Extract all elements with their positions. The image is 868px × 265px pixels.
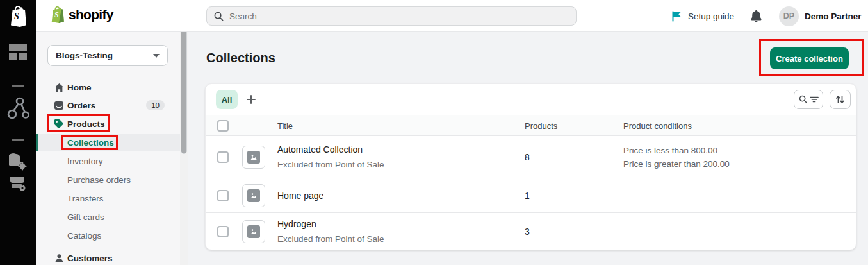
collab-network-icon[interactable] [0,96,36,121]
sidebar-item-label: Purchase orders [67,175,131,185]
sort-button[interactable] [830,90,851,109]
sidebar-item-orders[interactable]: Orders 10 [36,96,180,114]
collection-title[interactable]: Home page [277,188,323,203]
sidebar-scrollbar[interactable] [180,32,188,265]
sort-arrows-icon [835,94,845,105]
home-icon [54,82,64,92]
sidebar-item-collections[interactable]: Collections [36,133,180,151]
products-count: 8 [525,152,530,162]
sidebar-item-purchase-orders[interactable]: Purchase orders [36,171,180,189]
shopify-bag-icon[interactable]: S [0,5,36,27]
sidebar-item-label: Catalogs [67,231,101,241]
avatar-initials: DP [783,12,794,21]
condition-line: Price is greater than 200.00 [623,157,730,171]
page-title: Collections [206,51,275,65]
setup-guide-button[interactable]: Setup guide [671,0,734,32]
collection-subtitle: Excluded from Point of Sale [277,232,384,246]
setup-guide-label: Setup guide [688,12,734,21]
sidebar-item-customers[interactable]: Customers [36,249,180,265]
store-settings-icon[interactable] [0,175,36,192]
table-row[interactable]: Hydrogen Excluded from Point of Sale 3 [206,213,856,250]
sidebar-item-catalogs[interactable]: Catalogs [36,227,180,244]
bell-icon [750,10,762,23]
svg-text:S: S [54,10,59,19]
image-placeholder-icon [247,189,260,202]
orders-count-badge: 10 [146,100,165,110]
shopify-logo[interactable]: S shopify [50,6,113,23]
partner-account-icon[interactable] [0,153,36,171]
collection-thumbnail [242,220,265,243]
add-view-button[interactable] [245,93,258,106]
row-checkbox[interactable] [217,226,229,237]
orders-icon [54,100,64,110]
sidebar-item-label: Products [67,119,105,129]
flag-icon [671,11,682,22]
create-collection-button[interactable]: Create collection [770,47,849,69]
filter-icon [810,96,819,103]
sidebar-item-inventory[interactable]: Inventory [36,152,180,170]
collection-thumbnail [242,184,265,207]
sidebar-item-transfers[interactable]: Transfers [36,189,180,207]
collection-title[interactable]: Automated Collection [277,142,384,157]
column-header-products: Products [525,121,557,131]
collection-subtitle: Excluded from Point of Sale [277,157,384,172]
collection-title-block[interactable]: Home page [277,188,323,203]
collection-thumbnail [242,146,265,169]
products-tag-icon [54,119,64,129]
store-switcher[interactable]: Blogs-Testing [47,45,168,66]
row-checkbox[interactable] [217,151,229,163]
shopify-logo-text: shopify [69,7,113,22]
tab-all[interactable]: All [216,90,238,109]
plus-icon [246,94,256,105]
search-icon [799,95,808,104]
select-all-checkbox[interactable] [217,120,229,132]
table-header: Title Products Product conditions [206,115,856,136]
sidebar-item-home[interactable]: Home [36,78,180,96]
chevron-down-icon [153,54,160,58]
customers-icon [54,253,64,263]
column-header-conditions: Product conditions [623,121,692,131]
avatar: DP [779,6,799,26]
sidebar-item-label: Transfers [67,194,104,203]
condition-line: Price is less than 800.00 [623,144,730,157]
column-header-title: Title [277,121,293,131]
sidebar-item-label: Inventory [67,157,103,166]
collections-card: All Title Products Product conditions [205,83,856,250]
search-input[interactable]: Search [206,6,577,26]
shopify-logo-bag-icon: S [50,6,65,23]
sidebar-item-label: Collections [67,138,114,148]
image-placeholder-icon [247,151,260,164]
collection-title-block[interactable]: Hydrogen Excluded from Point of Sale [277,217,384,246]
sidebar-item-gift-cards[interactable]: Gift cards [36,208,180,226]
table-row[interactable]: Automated Collection Excluded from Point… [206,137,856,178]
search-icon [214,12,224,21]
table-row[interactable]: Home page 1 [206,178,856,213]
product-conditions: Price is less than 800.00 Price is great… [623,144,730,171]
shopify-admin-page: S S shopify Search Setup guide [0,0,868,265]
rail-divider [12,85,24,87]
store-switcher-label: Blogs-Testing [56,51,113,60]
sidebar-item-label: Orders [67,101,95,110]
products-count: 1 [525,191,530,201]
sidebar: Blogs-Testing Home Orders 10 Products Co… [36,32,180,265]
rail-divider [12,139,24,141]
sidebar-item-label: Home [67,83,92,92]
account-name: Demo Partner [805,12,862,21]
notifications-button[interactable] [750,0,762,32]
sidebar-item-products[interactable]: Products [36,115,180,133]
app-rail: S [0,0,36,265]
svg-text:S: S [14,12,19,21]
image-placeholder-icon [247,225,260,238]
collection-title[interactable]: Hydrogen [277,217,384,232]
collection-title-block[interactable]: Automated Collection Excluded from Point… [277,142,384,172]
sidebar-item-label: Gift cards [67,212,104,222]
account-menu[interactable]: DP Demo Partner [779,0,862,32]
search-placeholder: Search [229,12,257,21]
sidebar-item-label: Customers [67,253,113,263]
search-filter-button[interactable] [794,90,823,109]
topbar: S shopify Search Setup guide DP Demo Par… [36,0,868,32]
dashboard-grid-icon[interactable] [0,44,36,60]
row-checkbox[interactable] [217,190,229,201]
products-count: 3 [525,227,530,237]
